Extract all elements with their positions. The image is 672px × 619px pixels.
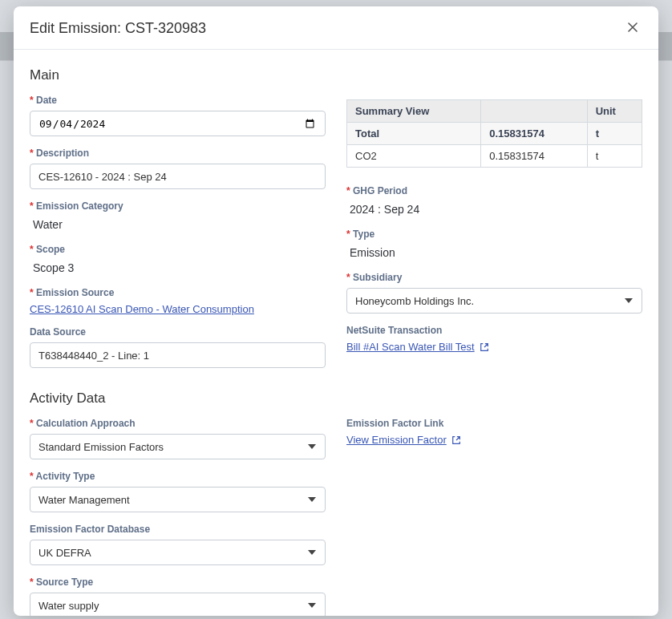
summary-row-value: 0.15831574 bbox=[481, 145, 587, 168]
table-row: CO2 0.15831574 t bbox=[347, 145, 642, 168]
emission-category-value: Water bbox=[30, 216, 326, 233]
modal-title: Edit Emission: CST-320983 bbox=[30, 20, 206, 37]
netsuite-transaction-label: NetSuite Transaction bbox=[346, 325, 642, 336]
section-activity-title: Activity Data bbox=[30, 390, 642, 407]
source-type-label: Source Type bbox=[30, 577, 326, 588]
summary-table: Summary View Unit Total 0.15831574 t CO2 bbox=[346, 99, 642, 168]
date-label: Date bbox=[30, 95, 326, 106]
emission-source-link[interactable]: CES-12610 AI Scan Demo - Water Consumpti… bbox=[30, 303, 254, 315]
subsidiary-label: Subsidiary bbox=[346, 272, 642, 283]
calculation-approach-select[interactable]: Standard Emission Factors bbox=[30, 434, 326, 459]
section-main-title: Main bbox=[30, 67, 642, 83]
close-icon bbox=[626, 21, 639, 34]
summary-row-label: CO2 bbox=[347, 145, 481, 168]
scope-label: Scope bbox=[30, 244, 326, 255]
netsuite-transaction-link[interactable]: Bill #AI Scan Water Bill Test bbox=[346, 341, 489, 353]
emission-category-label: Emission Category bbox=[30, 200, 326, 212]
summary-row-unit: t bbox=[587, 145, 642, 168]
description-label: Description bbox=[30, 148, 326, 159]
summary-row-label: Total bbox=[347, 123, 481, 145]
description-input[interactable] bbox=[30, 164, 326, 189]
type-value: Emission bbox=[346, 245, 642, 261]
summary-unit-header: Unit bbox=[587, 100, 642, 123]
external-link-icon bbox=[451, 435, 461, 445]
summary-row-unit: t bbox=[587, 123, 642, 145]
emission-factor-database-select[interactable]: UK DEFRA bbox=[30, 540, 326, 565]
calculation-approach-label: Calculation Approach bbox=[30, 418, 326, 429]
activity-left-col: Calculation Approach Standard Emission F… bbox=[30, 418, 326, 616]
emission-factor-link[interactable]: View Emission Factor bbox=[346, 434, 461, 446]
external-link-icon bbox=[480, 342, 489, 352]
main-left-col: Date Description Emission Category Water… bbox=[30, 95, 326, 379]
scope-value: Scope 3 bbox=[30, 260, 326, 276]
edit-emission-modal: Edit Emission: CST-320983 Main Date Desc… bbox=[14, 6, 658, 616]
emission-source-label: Emission Source bbox=[30, 287, 326, 298]
close-button[interactable] bbox=[623, 18, 642, 39]
modal-header: Edit Emission: CST-320983 bbox=[14, 6, 658, 50]
summary-value-header bbox=[481, 100, 587, 123]
ghg-period-label: GHG Period bbox=[346, 185, 642, 196]
emission-factor-link-label: Emission Factor Link bbox=[346, 418, 642, 429]
date-input[interactable] bbox=[30, 111, 326, 136]
type-label: Type bbox=[346, 229, 642, 240]
table-row: Total 0.15831574 t bbox=[347, 123, 642, 145]
emission-factor-database-label: Emission Factor Database bbox=[30, 524, 326, 535]
source-type-select[interactable]: Water supply bbox=[30, 593, 326, 616]
subsidiary-select[interactable]: Honeycomb Holdings Inc. bbox=[346, 288, 642, 314]
activity-type-select[interactable]: Water Management bbox=[30, 487, 326, 512]
data-source-label: Data Source bbox=[30, 326, 326, 338]
ghg-period-value: 2024 : Sep 24 bbox=[346, 201, 642, 217]
summary-view-header: Summary View bbox=[347, 100, 481, 123]
summary-row-value: 0.15831574 bbox=[481, 123, 587, 145]
data-source-input[interactable] bbox=[30, 342, 326, 368]
activity-right-col: Emission Factor Link View Emission Facto… bbox=[346, 418, 642, 457]
main-right-col: Summary View Unit Total 0.15831574 t CO2 bbox=[346, 95, 642, 364]
activity-type-label: Activity Type bbox=[30, 471, 326, 482]
modal-body: Main Date Description Emission Category … bbox=[14, 50, 658, 616]
